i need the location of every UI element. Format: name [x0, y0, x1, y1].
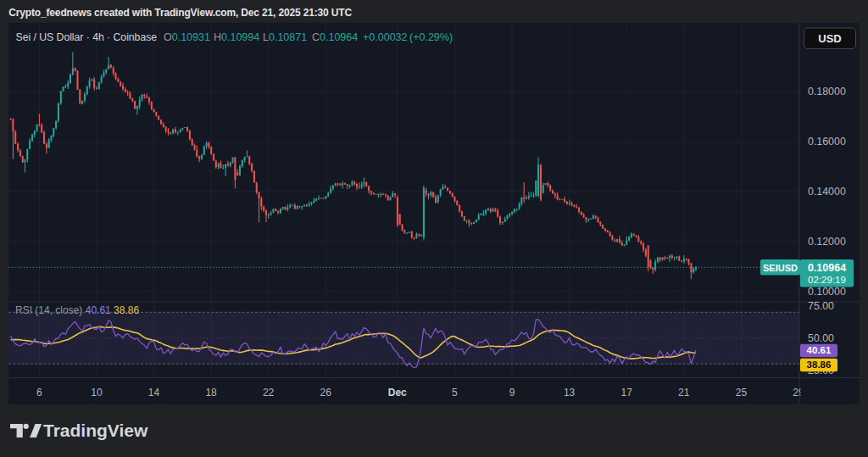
- svg-text:10: 10: [91, 387, 103, 398]
- svg-text:14: 14: [148, 387, 160, 398]
- svg-text:Dec: Dec: [388, 387, 407, 398]
- svg-text:SEIUSD: SEIUSD: [763, 263, 798, 273]
- svg-text:18: 18: [205, 387, 217, 398]
- svg-text:0.16000: 0.16000: [808, 136, 846, 148]
- svg-text:Sei / US Dollar · 4h · Coinbas: Sei / US Dollar · 4h · Coinbase: [16, 31, 158, 43]
- svg-text:0.12000: 0.12000: [808, 236, 846, 248]
- svg-text:USD: USD: [818, 32, 841, 45]
- svg-text:6: 6: [36, 387, 42, 398]
- svg-text:0.10000: 0.10000: [808, 286, 846, 298]
- svg-text:17: 17: [621, 387, 633, 398]
- svg-text:RSI (14, close) 40.61 38.86: RSI (14, close) 40.61 38.86: [15, 304, 139, 316]
- svg-text:5: 5: [452, 387, 458, 398]
- svg-text:25: 25: [736, 387, 748, 398]
- svg-text:40.61: 40.61: [807, 345, 832, 355]
- svg-text:21: 21: [678, 387, 690, 398]
- svg-text:9: 9: [509, 387, 515, 398]
- svg-text:TradingView: TradingView: [43, 421, 148, 440]
- svg-text:26: 26: [320, 387, 332, 398]
- svg-text:50.00: 50.00: [808, 332, 834, 344]
- svg-text:75.00: 75.00: [808, 300, 834, 312]
- svg-text:Crypto_feednews created with T: Crypto_feednews created with TradingView…: [8, 7, 352, 19]
- svg-text:38.86: 38.86: [807, 359, 832, 370]
- svg-text:22: 22: [263, 387, 275, 398]
- svg-text:02:29:19: 02:29:19: [808, 275, 846, 285]
- svg-text:0.14000: 0.14000: [808, 186, 846, 198]
- svg-text:0.10964: 0.10964: [808, 262, 846, 274]
- svg-text:0.18000: 0.18000: [808, 86, 846, 98]
- svg-text:13: 13: [564, 387, 576, 398]
